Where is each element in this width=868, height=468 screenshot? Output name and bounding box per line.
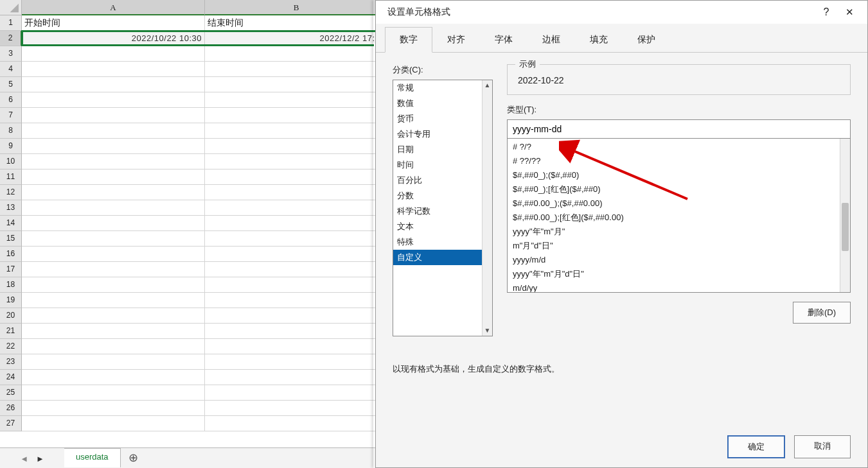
row-header-21[interactable]: 21 [0,324,22,339]
cell-B26[interactable] [205,401,388,416]
delete-button[interactable]: 删除(D) [793,302,851,324]
row-header-19[interactable]: 19 [0,293,22,308]
cell-A18[interactable] [22,277,205,293]
type-item[interactable]: m"月"d"日" [508,239,840,253]
cell-A15[interactable] [22,231,205,247]
col-header-a[interactable]: A [22,0,205,15]
tab-protect[interactable]: 保护 [623,27,670,53]
cell-A11[interactable] [22,169,205,185]
row-header-22[interactable]: 22 [0,339,22,354]
type-item[interactable]: # ?/? [508,140,840,154]
row-header-26[interactable]: 26 [0,401,22,416]
row-header-1[interactable]: 1 [0,15,22,31]
type-item[interactable]: $#,##0.00_);($#,##0.00) [508,196,840,211]
cell-B11[interactable] [205,169,388,185]
scrollbar-thumb[interactable] [842,203,849,251]
tab-font[interactable]: 字体 [480,27,527,53]
cell-B17[interactable] [205,262,388,277]
cell-B15[interactable] [205,231,388,247]
category-item[interactable]: 自定义 [393,250,482,265]
cell-A24[interactable] [22,370,205,385]
category-item[interactable]: 分数 [393,188,482,204]
row-header-8[interactable]: 8 [0,123,22,139]
cell-B16[interactable] [205,247,388,262]
cancel-button[interactable]: 取消 [794,435,851,458]
close-icon[interactable]: ✕ [838,6,861,18]
row-header-23[interactable]: 23 [0,354,22,370]
row-header-2[interactable]: 2 [0,31,22,46]
category-item[interactable]: 科学记数 [393,204,482,219]
dialog-titlebar[interactable]: 设置单元格格式 ? ✕ [376,1,867,24]
type-item[interactable]: $#,##0_);[红色]($#,##0) [508,182,840,196]
help-icon[interactable]: ? [815,6,838,18]
category-listbox[interactable]: 常规数值货币会计专用日期时间百分比分数科学记数文本特殊自定义 ▲ ▼ [393,80,493,336]
cell-A17[interactable] [22,262,205,277]
row-header-4[interactable]: 4 [0,62,22,77]
tab-align[interactable]: 对齐 [432,27,480,53]
select-all-corner[interactable] [0,0,22,15]
cell-B5[interactable] [205,77,388,92]
cell-A5[interactable] [22,77,205,92]
add-sheet-button[interactable]: ⊕ [121,448,146,465]
cell-A3[interactable] [22,46,205,62]
category-item[interactable]: 特殊 [393,234,482,250]
scroll-up-icon[interactable]: ▲ [483,80,492,91]
cell-A25[interactable] [22,385,205,401]
row-header-5[interactable]: 5 [0,77,22,92]
type-item[interactable]: $#,##0_);($#,##0) [508,168,840,182]
cell-B14[interactable] [205,216,388,231]
cell-A16[interactable] [22,247,205,262]
row-header-11[interactable]: 11 [0,169,22,185]
cell-A23[interactable] [22,354,205,370]
cell-B12[interactable] [205,185,388,200]
row-header-9[interactable]: 9 [0,139,22,154]
type-listbox[interactable]: # ?/?# ??/??$#,##0_);($#,##0)$#,##0_);[红… [507,139,851,293]
cell-B2[interactable]: 2022/12/2 17:30 [205,31,388,46]
category-item[interactable]: 百分比 [393,173,482,188]
cell-A22[interactable] [22,339,205,354]
cell-B9[interactable] [205,139,388,154]
type-item[interactable]: yyyy"年"m"月" [508,225,840,239]
row-header-16[interactable]: 16 [0,247,22,262]
ok-button[interactable]: 确定 [727,435,785,458]
cell-A10[interactable] [22,154,205,169]
sheet-tab-userdata[interactable]: userdata [64,448,121,467]
row-header-14[interactable]: 14 [0,216,22,231]
scroll-down-icon[interactable]: ▼ [483,325,492,336]
cell-A13[interactable] [22,200,205,216]
cell-A27[interactable] [22,416,205,431]
cell-B13[interactable] [205,200,388,216]
row-header-17[interactable]: 17 [0,262,22,277]
type-item[interactable]: yyyy/m/d [508,253,840,267]
row-header-18[interactable]: 18 [0,277,22,293]
row-header-3[interactable]: 3 [0,46,22,62]
row-header-7[interactable]: 7 [0,108,22,123]
cell-B25[interactable] [205,385,388,401]
category-item[interactable]: 货币 [393,111,482,126]
type-item[interactable]: # ??/?? [508,154,840,168]
cell-B4[interactable] [205,62,388,77]
row-header-13[interactable]: 13 [0,200,22,216]
category-item[interactable]: 常规 [393,80,482,96]
cell-B24[interactable] [205,370,388,385]
row-header-12[interactable]: 12 [0,185,22,200]
cell-B22[interactable] [205,339,388,354]
cell-A26[interactable] [22,401,205,416]
category-item[interactable]: 数值 [393,96,482,111]
cell-B6[interactable] [205,92,388,108]
category-scrollbar[interactable]: ▲ ▼ [482,80,492,336]
cells-grid[interactable]: 开始时间结束时间2022/10/22 10:302022/12/2 17:30 [22,15,388,431]
cell-A6[interactable] [22,92,205,108]
category-item[interactable]: 时间 [393,157,482,173]
type-item[interactable]: m/d/yy [508,281,840,292]
cell-B20[interactable] [205,308,388,324]
type-item[interactable]: yyyy"年"m"月"d"日" [508,267,840,281]
type-scrollbar[interactable] [840,139,850,292]
row-header-24[interactable]: 24 [0,370,22,385]
cell-B1[interactable]: 结束时间 [205,15,388,31]
col-header-b[interactable]: B [205,0,388,15]
category-item[interactable]: 会计专用 [393,126,482,142]
row-header-20[interactable]: 20 [0,308,22,324]
cell-B21[interactable] [205,324,388,339]
row-header-27[interactable]: 27 [0,416,22,431]
